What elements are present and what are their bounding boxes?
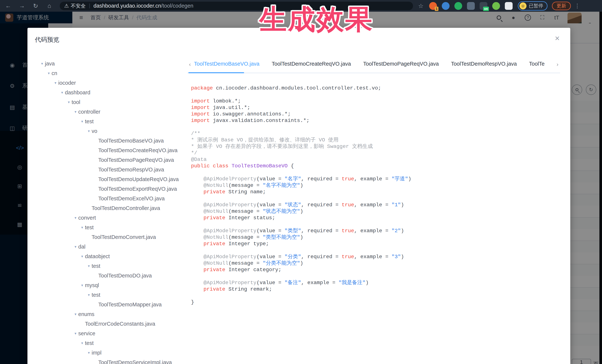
code-token-pln [191,189,204,195]
reload-icon[interactable]: ↻ [30,2,41,10]
file-tab[interactable]: ToolTestDemoRespVO.java [451,61,517,68]
tree-file[interactable]: ToolTestDemoMapper.java [27,300,187,309]
code-line [191,91,560,98]
tree-folder[interactable]: ▾controller [27,107,187,117]
home-icon[interactable]: ⌂ [44,2,55,10]
security-warning[interactable]: ⚠ 不安全 [64,3,86,9]
tree-file[interactable]: ToolTestDemoCreateReqVO.java [27,146,187,155]
code-token-cmt: * 如果子 VO 存在差异的字段，请不要添加到这里，影响 Swagger 文档生… [191,144,373,149]
code-token-cmt: */ [191,150,197,156]
tree-folder[interactable]: ▾mysql [27,281,187,290]
code-token-ann: @NotNull [204,234,228,240]
code-token-pln: ) [300,183,303,188]
code-token-pln: (message = [228,183,263,188]
tree-folder[interactable]: ▾test [27,117,187,126]
code-token-kw: true [342,228,354,234]
code-line: @Data [191,156,560,163]
code-line: @NotNull(message = "类型不能为空") [191,234,560,240]
code-line: private String remark; [191,286,560,292]
tree-folder[interactable]: ▾dashboard [27,88,187,97]
code-token-str: "名字" [284,176,301,182]
code-line: */ [191,150,560,156]
code-token-kw: private [204,215,225,221]
tree-file[interactable]: ToolTestDemoExcelVO.java [27,194,187,203]
extension-green-circle-icon[interactable] [454,2,462,10]
tree-folder[interactable]: ▾impl [27,348,187,357]
back-icon[interactable]: ← [3,2,14,10]
extension-leaf-icon[interactable] [492,2,500,10]
tree-folder[interactable]: ▾dataobject [27,251,187,261]
code-viewer[interactable]: package cn.iocoder.dashboard.modules.too… [191,85,560,363]
code-token-pln: (value = [257,202,284,208]
extension-blocks-icon[interactable] [467,2,475,10]
code-token-pln [191,183,204,188]
code-line [191,221,560,228]
tree-folder[interactable]: ▾test [27,261,187,271]
caret-down-icon: ▾ [53,81,58,85]
tree-file[interactable]: ToolTestDemoPageReqVO.java [27,155,187,165]
tree-label: ToolTestDemoCreateReqVO.java [98,147,177,154]
tree-folder[interactable]: ▾service [27,329,187,338]
tree-file[interactable]: ToolTestDemoBaseVO.java [27,136,187,146]
code-token-pln: ) [408,176,411,182]
tree-label: ToolTestDemoPageReqVO.java [98,157,174,163]
bookmark-icon[interactable]: ☆ [418,2,424,10]
tree-folder[interactable]: ▾iocoder [27,78,187,88]
tree-file[interactable]: ToolTestDemoExportReqVO.java [27,184,187,194]
tree-folder[interactable]: ▾convert [27,213,187,223]
extension-list-icon-badge: on [483,7,489,11]
tree-file[interactable]: ToolTestDemoConvert.java [27,232,187,242]
tree-file[interactable]: ToolTestDemoUpdateReqVO.java [27,174,187,184]
code-token-pln: (value = [257,176,284,182]
extension-puzzle-icon[interactable] [505,2,513,10]
tree-folder[interactable]: ▾enums [27,309,187,319]
code-token-pln [191,260,204,266]
file-tab[interactable]: ToolTestDemoPageReqVO.java [363,61,439,68]
extension-list-icon[interactable]: on [480,2,487,10]
code-token-ann: @NotNull [204,183,228,188]
code-line: package cn.iocoder.dashboard.modules.too… [191,85,560,91]
tabs-prev-icon[interactable]: ‹ [187,61,193,67]
code-line: } [191,299,560,305]
extension-pin-icon[interactable] [442,2,450,10]
tabs-next-icon[interactable]: › [555,61,560,67]
profile-paused-badge[interactable]: ☺ 已暂停 [518,1,548,10]
tree-folder[interactable]: ▾vo [27,126,187,136]
tree-folder[interactable]: ▾test [27,338,187,348]
code-preview-modal: 代码预览 ✕ ▾java▾cn▾iocoder▾dashboard▾tool▾c… [27,28,570,364]
tree-folder[interactable]: ▾cn [27,68,187,78]
code-token-pln [191,234,204,240]
file-tab[interactable]: ToolTestDemoBaseVO.java [194,61,259,68]
caret-down-icon: ▾ [86,293,92,297]
chrome-menu-icon[interactable]: ⋮ [575,3,580,9]
extension-orange-icon[interactable]: 1 [429,2,437,10]
forward-icon[interactable]: → [16,2,27,10]
code-line [191,124,560,130]
chrome-update-button[interactable]: 更新 [552,2,571,10]
caret-down-icon: ▾ [86,351,92,355]
tree-folder[interactable]: ▾java [27,59,187,68]
tree-folder[interactable]: ▾tool [27,97,187,107]
tree-folder[interactable]: ▾test [27,223,187,232]
tree-file[interactable]: ToolTestDemoServiceImpl.java [27,357,187,364]
tree-label: dal [78,244,86,250]
tree-folder[interactable]: ▾dal [27,242,187,251]
tree-label: ToolTestDemoExcelVO.java [98,196,165,202]
tree-file[interactable]: ToolTestDemoController.java [27,203,187,213]
close-icon[interactable]: ✕ [555,35,560,42]
security-label: 不安全 [71,3,86,9]
code-token-pln [191,254,204,260]
file-tab[interactable]: ToolTe [529,61,545,68]
code-token-kw: package [191,85,213,91]
tree-file[interactable]: ToolTestDemoRespVO.java [27,165,187,174]
tree-label: ToolErrorCodeConstants.java [85,321,155,327]
code-line: private Integer category; [191,267,560,273]
code-token-pln: , required = [301,254,342,260]
tree-folder[interactable]: ▾test [27,290,187,300]
code-line: @NotNull(message = "名字不能为空") [191,182,560,189]
code-token-pln [191,228,204,234]
file-tab[interactable]: ToolTestDemoCreateReqVO.java [272,61,351,68]
tree-file[interactable]: ToolTestDemoDO.java [27,271,187,281]
code-token-str: "状态" [284,202,301,208]
tree-file[interactable]: ToolErrorCodeConstants.java [27,319,187,329]
